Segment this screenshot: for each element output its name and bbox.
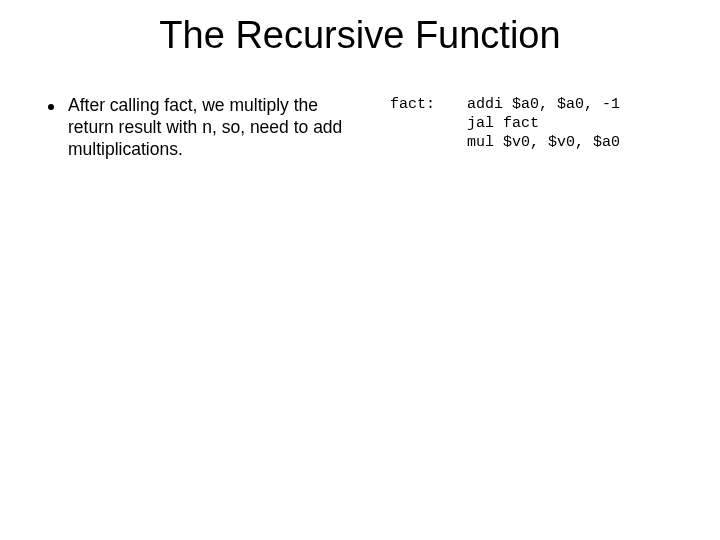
code-line-1: addi $a0, $a0, -1 (467, 96, 620, 113)
right-column: fact: addi $a0, $a0, -1 jal fact mul $v0… (360, 95, 700, 161)
slide-title: The Recursive Function (0, 0, 720, 67)
bullet-dot-icon (48, 104, 54, 110)
code-line-3: mul $v0, $v0, $a0 (467, 134, 620, 151)
bullet-text: After calling fact, we multiply the retu… (68, 95, 350, 161)
bullet-item: After calling fact, we multiply the retu… (48, 95, 350, 161)
slide: The Recursive Function After calling fac… (0, 0, 720, 540)
left-column: After calling fact, we multiply the retu… (20, 95, 360, 161)
slide-body: After calling fact, we multiply the retu… (0, 67, 720, 161)
code-block: addi $a0, $a0, -1 jal fact mul $v0, $v0,… (467, 95, 620, 161)
code-label: fact: (390, 95, 467, 161)
code-line-2: jal fact (467, 115, 539, 132)
